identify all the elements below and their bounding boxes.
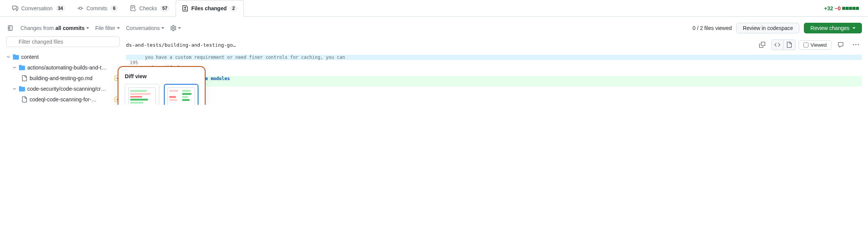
diff-content: ds-and-tests/building-and-testing-go… Vi… (126, 36, 862, 105)
line-content: + ### Accessing private modules (141, 76, 862, 81)
kebab-menu-button[interactable] (850, 39, 862, 50)
tab-count: 57 (160, 5, 170, 12)
diff-line[interactable]: 199+ (126, 81, 862, 87)
chevron-down-icon (12, 65, 17, 70)
split-preview (167, 87, 195, 105)
tab-label: Checks (139, 5, 157, 11)
gear-icon (170, 25, 176, 31)
tree-label: code-security/code-scanning/cr… (27, 86, 106, 92)
tab-count: 2 (230, 5, 237, 12)
caret-down-icon (86, 27, 89, 29)
folder-icon (13, 54, 19, 60)
diff-settings-button[interactable] (170, 25, 181, 31)
tree-file-building[interactable]: building-and-testing-go.md (6, 73, 120, 84)
line-content (141, 71, 862, 76)
comment-icon (838, 42, 844, 48)
review-in-codespace-button[interactable]: Review in codespace (736, 23, 799, 33)
file-header: ds-and-tests/building-and-testing-go… Vi… (126, 36, 862, 55)
tab-conversation[interactable]: Conversation 34 (6, 0, 71, 16)
view-mode-group (771, 39, 796, 50)
tab-commits[interactable]: Commits 6 (71, 0, 124, 16)
line-number: 195 (126, 60, 141, 65)
popover-title: Diff view (125, 73, 198, 79)
file-filter-dropdown[interactable]: File filter (95, 25, 120, 31)
tab-label: Files changed (191, 5, 226, 11)
caret-down-icon (117, 27, 120, 29)
chevron-down-icon (12, 87, 17, 91)
tab-label: Commits (86, 5, 107, 11)
folder-icon (19, 86, 25, 92)
unified-option[interactable]: Unified (125, 84, 159, 105)
rich-view-button[interactable] (783, 39, 796, 50)
tree-label: building-and-testing-go.md (30, 75, 93, 81)
tree-file-codeql[interactable]: codeql-code-scanning-for-… (6, 94, 120, 105)
split-option[interactable]: Split (164, 84, 198, 105)
line-content: + (141, 81, 862, 87)
files-viewed-counter: 0 / 2 files viewed (692, 25, 732, 31)
unified-preview (128, 87, 156, 105)
pr-tabs: Conversation 34 Commits 6 Checks 57 File… (0, 0, 868, 17)
tab-count: 6 (110, 5, 118, 12)
tab-checks[interactable]: Checks 57 (124, 0, 176, 16)
diff-stats: +32 −0 (824, 5, 862, 11)
file-diff-icon (182, 5, 188, 11)
viewed-checkbox[interactable] (804, 43, 808, 47)
tab-files-changed[interactable]: Files changed 2 (176, 0, 244, 17)
diff-blocks (842, 7, 859, 10)
toolbar-actions: 0 / 2 files viewed Review in codespace R… (692, 23, 862, 33)
tree-label: content (21, 54, 39, 60)
diff-line[interactable]: 195 (126, 60, 862, 65)
line-content: {% endif %} (141, 65, 862, 71)
main-content: content actions/automating-builds-and-t…… (0, 36, 868, 105)
sidebar-collapse-icon (7, 25, 13, 31)
additions-count: +32 (824, 5, 833, 11)
filter-wrapper (6, 36, 120, 47)
copy-path-button[interactable] (756, 39, 768, 50)
toolbar-filters: Changes from all commits File filter Con… (20, 25, 181, 31)
comment-discussion-icon (12, 5, 18, 11)
checklist-icon (130, 5, 136, 11)
kebab-icon (853, 42, 859, 48)
line-content (141, 60, 862, 65)
file-tree-sidebar: content actions/automating-builds-and-t…… (6, 36, 120, 105)
tree-folder-actions[interactable]: actions/automating-builds-and-t… (6, 62, 120, 73)
diff-line[interactable]: 197 (126, 71, 862, 76)
deletions-count: −0 (835, 5, 841, 11)
file-icon (21, 96, 27, 102)
copy-icon (759, 42, 765, 48)
review-changes-button[interactable]: Review changes (804, 23, 862, 33)
hunk-header: you have a custom requirement or need fi… (126, 55, 862, 60)
code-icon (774, 42, 780, 48)
diff-line[interactable]: 196 {% endif %} (126, 65, 862, 71)
file-icon (786, 42, 792, 48)
caret-down-icon (852, 27, 855, 29)
conversations-dropdown[interactable]: Conversations (126, 25, 165, 31)
changes-from-dropdown[interactable]: Changes from all commits (20, 25, 89, 31)
chevron-down-icon (6, 55, 11, 59)
caret-down-icon (178, 27, 181, 29)
diff-line[interactable]: 198+ ### Accessing private modules (126, 76, 862, 81)
sidebar-toggle-button[interactable] (6, 24, 14, 32)
comment-button[interactable] (835, 39, 847, 50)
file-path: ds-and-tests/building-and-testing-go… (126, 42, 753, 48)
tab-label: Conversation (21, 5, 53, 11)
file-actions: Viewed (771, 39, 862, 50)
folder-icon (19, 65, 25, 71)
git-commit-icon (77, 5, 83, 11)
tab-count: 34 (56, 5, 65, 12)
source-view-button[interactable] (771, 39, 783, 50)
tree-folder-security[interactable]: code-security/code-scanning/cr… (6, 84, 120, 94)
tree-label: codeql-code-scanning-for-… (30, 96, 97, 102)
tree-label: actions/automating-builds-and-t… (27, 65, 107, 71)
diff-toolbar: Changes from all commits File filter Con… (0, 17, 868, 36)
file-icon (21, 75, 27, 81)
viewed-toggle[interactable]: Viewed (799, 40, 832, 50)
diff-view-popover: Diff view Unified (118, 67, 205, 105)
caret-down-icon (161, 27, 164, 29)
tree-folder-content[interactable]: content (6, 52, 120, 62)
view-options: Unified (125, 84, 198, 105)
filter-files-input[interactable] (6, 36, 120, 47)
diff-table: you have a custom requirement or need fi… (126, 55, 862, 87)
